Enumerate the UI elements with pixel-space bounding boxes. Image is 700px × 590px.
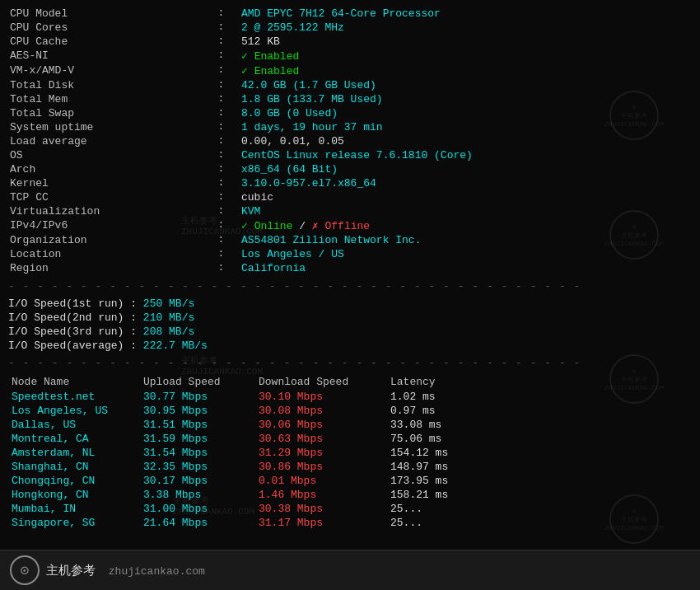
speed-table-row: Singapore, SG21.64 Mbps31.17 Mbps25... <box>8 516 692 530</box>
io-run3-label: I/O Speed(3rd run) <box>8 325 124 338</box>
cpu-cache-label: CPU Cache <box>8 35 215 49</box>
speed-download: 1.46 Mbps <box>255 488 387 502</box>
io-avg-label: I/O Speed(average) <box>8 339 124 352</box>
total-disk-row: Total Disk : 42.0 GB (1.7 GB Used) <box>8 78 692 92</box>
speed-table-row: Mumbai, IN31.00 Mbps30.38 Mbps25... <box>8 502 692 516</box>
region-row: Region : California <box>8 261 692 275</box>
os-label: OS <box>8 148 215 162</box>
ipv4-ipv6-value: ✓ Online / ✗ Offline <box>240 218 692 233</box>
io-section: I/O Speed(1st run) : 250 MB/s I/O Speed(… <box>8 297 692 352</box>
speed-latency: 1.02 ms <box>387 390 692 404</box>
speed-latency: 75.06 ms <box>387 432 692 446</box>
speed-latency: 154.12 ms <box>387 446 692 460</box>
cpu-cores-row: CPU Cores : 2 @ 2595.122 MHz <box>8 21 692 35</box>
tcp-cc-label: TCP CC <box>8 190 215 204</box>
speed-table-row: Hongkong, CN3.38 Mbps1.46 Mbps158.21 ms <box>8 488 692 502</box>
arch-label: Arch <box>8 162 215 176</box>
speed-node-name: Dallas, US <box>8 418 140 432</box>
io-run1-label: I/O Speed(1st run) <box>8 297 124 310</box>
speed-node-name: Hongkong, CN <box>8 488 140 502</box>
system-uptime-row: System uptime : 1 days, 19 hour 37 min <box>8 120 692 134</box>
system-uptime-value: 1 days, 19 hour 37 min <box>240 120 692 134</box>
speed-node-name: Amsterdam, NL <box>8 446 140 460</box>
speed-latency: 158.21 ms <box>387 488 692 502</box>
speed-upload: 21.64 Mbps <box>140 516 255 530</box>
total-mem-label: Total Mem <box>8 92 215 106</box>
io-run2-value: 210 MB/s <box>143 311 194 324</box>
arch-value: x86_64 (64 Bit) <box>240 162 692 176</box>
speed-upload: 31.51 Mbps <box>140 418 255 432</box>
location-label: Location <box>8 247 215 261</box>
speed-table-row: Chongqing, CN30.17 Mbps0.01 Mbps173.95 m… <box>8 474 692 488</box>
aes-ni-label: AES-NI <box>8 49 215 63</box>
speed-latency: 25... <box>387 516 692 530</box>
speed-table-header: Node Name Upload Speed Download Speed La… <box>8 374 692 390</box>
col-latency: Latency <box>387 374 692 390</box>
speed-latency: 173.95 ms <box>387 474 692 488</box>
total-swap-row: Total Swap : 8.0 GB (0 Used) <box>8 106 692 120</box>
vm-row: VM-x/AMD-V : ✓ Enabled <box>8 63 692 78</box>
cpu-cache-row: CPU Cache : 512 KB <box>8 35 692 49</box>
os-row: OS : CentOS Linux release 7.6.1810 (Core… <box>8 148 692 162</box>
speed-table-row: Montreal, CA31.59 Mbps30.63 Mbps75.06 ms <box>8 432 692 446</box>
region-label: Region <box>8 261 215 275</box>
speed-upload: 30.17 Mbps <box>140 474 255 488</box>
col-download: Download Speed <box>255 374 387 390</box>
cpu-model-value: AMD EPYC 7H12 64-Core Processor <box>240 7 692 21</box>
speed-download: 30.06 Mbps <box>255 418 387 432</box>
site-name: 主机参考 <box>46 564 96 578</box>
ipv4-sep: / <box>299 220 312 232</box>
kernel-row: Kernel : 3.10.0-957.el7.x86_64 <box>8 176 692 190</box>
io-run1: I/O Speed(1st run) : 250 MB/s <box>8 297 692 310</box>
tcp-cc-value: cubic <box>240 190 692 204</box>
speed-node-name: Chongqing, CN <box>8 474 140 488</box>
bottom-bar: ⊙ 主机参考 zhujicankao.com <box>0 550 700 590</box>
bottom-bar-text: 主机参考 zhujicankao.com <box>46 563 205 578</box>
speed-upload: 31.00 Mbps <box>140 502 255 516</box>
speed-latency: 25... <box>387 502 692 516</box>
virtualization-row: Virtualization : KVM <box>8 204 692 218</box>
region-value: California <box>240 261 692 275</box>
speed-download: 31.29 Mbps <box>255 446 387 460</box>
speed-download: 31.17 Mbps <box>255 516 387 530</box>
load-average-label: Load average <box>8 134 215 148</box>
kernel-label: Kernel <box>8 176 215 190</box>
speed-upload: 31.59 Mbps <box>140 432 255 446</box>
location-row: Location : Los Angeles / US <box>8 247 692 261</box>
speed-download: 30.10 Mbps <box>255 390 387 404</box>
cpu-cores-label: CPU Cores <box>8 21 215 35</box>
io-avg: I/O Speed(average) : 222.7 MB/s <box>8 339 692 352</box>
speed-node-name: Los Angeles, US <box>8 404 140 418</box>
speed-table-row: Speedtest.net30.77 Mbps30.10 Mbps1.02 ms <box>8 390 692 404</box>
org-label: Organization <box>8 233 215 247</box>
vm-value: ✓ Enabled <box>240 63 692 78</box>
system-info-table: CPU Model : AMD EPYC 7H12 64-Core Proces… <box>8 7 692 275</box>
speed-table: Node Name Upload Speed Download Speed La… <box>8 374 692 530</box>
io-run1-value: 250 MB/s <box>143 297 194 310</box>
aes-ni-value: ✓ Enabled <box>240 49 692 63</box>
col-node: Node Name <box>8 374 140 390</box>
speed-upload: 30.95 Mbps <box>140 404 255 418</box>
total-mem-value: 1.8 GB (133.7 MB Used) <box>240 92 692 106</box>
site-url: zhujicankao.com <box>109 565 205 578</box>
speed-download: 30.08 Mbps <box>255 404 387 418</box>
org-row: Organization : AS54801 Zillion Network I… <box>8 233 692 247</box>
speed-upload: 30.77 Mbps <box>140 390 255 404</box>
divider-2: - - - - - - - - - - - - - - - - - - - - … <box>8 357 692 369</box>
total-mem-row: Total Mem : 1.8 GB (133.7 MB Used) <box>8 92 692 106</box>
bottom-bar-logo: ⊙ 主机参考 zhujicankao.com <box>10 555 205 585</box>
vm-label: VM-x/AMD-V <box>8 63 215 78</box>
main-container: ⊙主机参考ZHUJICANKAO.COM ⊙主机参考ZHUJICANKAO.CO… <box>0 0 700 536</box>
speed-node-name: Mumbai, IN <box>8 502 140 516</box>
ipv4-ipv6-row: IPv4/IPv6 : ✓ Online / ✗ Offline <box>8 218 692 233</box>
speed-node-name: Shanghai, CN <box>8 460 140 474</box>
tcp-cc-row: TCP CC : cubic <box>8 190 692 204</box>
total-swap-value: 8.0 GB (0 Used) <box>240 106 692 120</box>
divider-1: - - - - - - - - - - - - - - - - - - - - … <box>8 280 692 293</box>
total-disk-value: 42.0 GB (1.7 GB Used) <box>240 78 692 92</box>
virtualization-value: KVM <box>240 204 692 218</box>
logo-icon: ⊙ <box>10 555 40 585</box>
kernel-value: 3.10.0-957.el7.x86_64 <box>240 176 692 190</box>
speed-upload: 3.38 Mbps <box>140 488 255 502</box>
col-upload: Upload Speed <box>140 374 255 390</box>
